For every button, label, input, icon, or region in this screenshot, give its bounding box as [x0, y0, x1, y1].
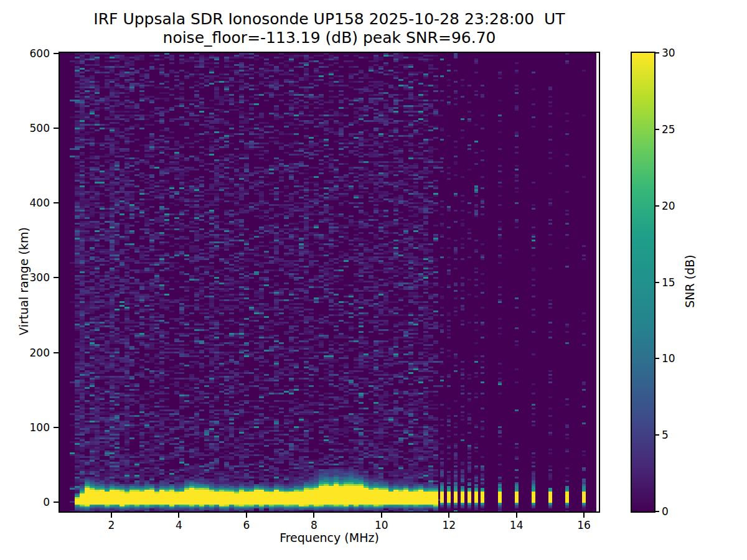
x-tick-mark [381, 513, 382, 518]
y-tick-label: 400 [11, 196, 50, 210]
x-tick-mark [111, 513, 112, 518]
y-tick-label: 600 [11, 47, 50, 60]
colorbar-tick-label: 10 [662, 352, 693, 365]
x-tick-label: 10 [363, 518, 400, 532]
colorbar-tick-mark [655, 52, 659, 54]
x-tick-mark [516, 513, 517, 518]
y-tick-label: 300 [11, 271, 50, 284]
y-tick-label: 500 [11, 121, 50, 135]
colorbar-tick-label: 20 [662, 199, 693, 213]
y-tick-mark [54, 277, 59, 278]
x-tick-mark [313, 513, 314, 518]
x-tick-mark [583, 513, 585, 518]
x-tick-label: 12 [430, 518, 467, 532]
x-tick-label: 2 [93, 518, 130, 532]
colorbar-tick-mark [655, 282, 659, 283]
figure-subtitle: noise_floor=-113.19 (dB) peak SNR=96.70 [60, 29, 599, 47]
colorbar-tick-label: 0 [662, 505, 693, 518]
x-tick-mark [178, 513, 179, 518]
x-tick-label: 6 [228, 518, 265, 532]
colorbar-tick-mark [655, 511, 659, 512]
colorbar-tick-mark [655, 358, 659, 359]
x-tick-label: 8 [295, 518, 332, 532]
x-tick-label: 16 [565, 518, 603, 532]
colorbar-tick-label: 30 [662, 46, 693, 60]
colorbar-tick-mark [655, 434, 659, 436]
colorbar-tick-mark [655, 205, 659, 207]
y-tick-label: 100 [11, 421, 50, 434]
figure-title: IRF Uppsala SDR Ionosonde UP158 2025-10-… [60, 10, 599, 29]
ionogram-heatmap [60, 53, 599, 511]
x-tick-mark [448, 513, 449, 518]
colorbar-tick-label: 15 [662, 276, 693, 289]
colorbar-tick-label: 5 [662, 428, 693, 442]
x-tick-label: 14 [498, 518, 535, 532]
y-tick-mark [54, 502, 59, 503]
x-tick-label: 4 [160, 518, 197, 532]
y-tick-mark [54, 202, 59, 203]
y-tick-label: 0 [11, 495, 50, 509]
x-axis-label: Frequency (MHz) [60, 531, 599, 544]
y-tick-mark [54, 427, 59, 428]
y-tick-mark [54, 128, 59, 129]
colorbar-gradient [632, 53, 654, 511]
x-tick-mark [246, 513, 247, 518]
y-tick-mark [54, 53, 59, 54]
colorbar-tick-mark [655, 129, 659, 130]
y-tick-label: 200 [11, 346, 50, 360]
colorbar-tick-label: 25 [662, 123, 693, 136]
y-tick-mark [54, 352, 59, 353]
